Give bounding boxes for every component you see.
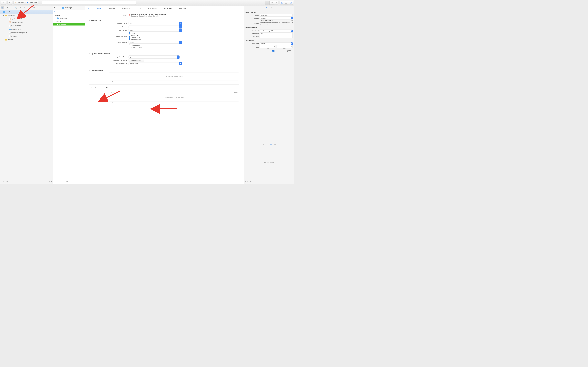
add-icon[interactable]: + <box>1 180 2 183</box>
remove-target-icon[interactable]: − <box>57 180 58 183</box>
indent-width-input[interactable] <box>277 45 293 48</box>
landscape-left-checkbox[interactable] <box>129 36 130 38</box>
library-tabs[interactable]: 🗎 {} ◎ ▥ <box>244 142 294 146</box>
target-list-item[interactable]: ▲LouchImage <box>53 23 85 26</box>
scm-filter-icon[interactable]: ▣ <box>51 181 52 182</box>
file-template-library-icon[interactable]: 🗎 <box>263 144 264 145</box>
add-embedded-icon[interactable]: + <box>112 81 113 83</box>
tab-general[interactable]: General <box>96 8 101 9</box>
filter-icon[interactable]: ⌕ <box>3 181 4 182</box>
left-panel-toggle-icon[interactable] <box>279 1 284 5</box>
project-format-select[interactable]: Xcode 9.3-compatible <box>260 30 293 32</box>
deployment-target-select[interactable] <box>129 22 182 25</box>
tab-build-rules[interactable]: Build Rules <box>179 8 186 9</box>
file-item[interactable]: sViewController.swift <box>0 21 53 24</box>
devices-select[interactable] <box>129 25 182 28</box>
assistant-editor-icon[interactable] <box>270 1 274 5</box>
file-item[interactable]: Assets.xcassets <box>0 27 53 31</box>
products-group-item[interactable]: ▶Products <box>0 38 53 42</box>
inspector-tabs[interactable]: 🗎 ?⃝ <box>244 6 294 10</box>
deployment-info-header[interactable]: ▼Deployment Info <box>89 20 239 21</box>
file-inspector-tab-icon[interactable]: 🗎 <box>266 7 268 8</box>
goto-icon[interactable]: ➔ <box>181 56 182 58</box>
library-filter-input[interactable] <box>249 181 293 182</box>
issue-navigator-tab-icon[interactable]: ⚠ <box>18 6 22 9</box>
related-items-icon[interactable]: ▦ <box>54 7 55 8</box>
outline-icon[interactable]: ▥ <box>88 8 89 9</box>
status-bar-style-select[interactable] <box>129 41 182 44</box>
object-library-icon[interactable]: ◎ <box>270 144 272 145</box>
settings-tabs[interactable]: ▥ General Capabilities Resource Tags Inf… <box>85 6 244 11</box>
stop-button[interactable] <box>7 1 12 5</box>
back-icon[interactable]: 〈 <box>57 7 58 8</box>
tab-capabilities[interactable]: Capabilities <box>108 8 115 9</box>
name-input[interactable] <box>260 14 293 17</box>
main-interface-select[interactable] <box>129 29 182 32</box>
grid-view-icon[interactable]: ▦ <box>245 181 246 182</box>
navigator-filter-input[interactable] <box>5 180 48 183</box>
add-framework-icon[interactable]: + <box>112 102 113 104</box>
wrap-lines-checkbox[interactable] <box>260 50 287 52</box>
add-target-icon[interactable]: + <box>54 180 55 183</box>
report-navigator-tab-icon[interactable]: 💬 <box>36 6 40 9</box>
source-control-tab-icon[interactable]: ⎇ <box>5 6 9 9</box>
remove-framework-icon[interactable]: − <box>115 102 116 104</box>
quick-help-tab-icon[interactable]: ?⃝ <box>271 7 272 8</box>
filter-icon[interactable]: ⌕ <box>60 181 61 182</box>
upside-down-checkbox[interactable] <box>129 34 130 36</box>
indent-using-select[interactable]: Spaces <box>260 42 293 45</box>
filter-icon[interactable]: ⌕ <box>247 181 248 182</box>
file-item[interactable]: Main.storyboard <box>0 24 53 27</box>
reveal-icon[interactable]: ➔ <box>292 22 293 25</box>
tab-width-input[interactable] <box>260 45 276 48</box>
tab-resource-tags[interactable]: Resource Tags <box>122 8 132 9</box>
tab-build-phases[interactable]: Build Phases <box>164 8 172 9</box>
portrait-checkbox[interactable] <box>129 33 130 34</box>
file-item[interactable]: Info.plist <box>0 34 53 38</box>
file-tree[interactable]: ▼LouchImage ▼LouchImage sAppDelegate.swi… <box>0 10 53 179</box>
file-item[interactable]: LaunchScreen.storyboard <box>0 31 53 34</box>
linked-frameworks-header[interactable]: ▼Linked Frameworks and Libraries <box>89 87 239 89</box>
requires-full-screen-checkbox[interactable] <box>129 46 130 48</box>
scheme-selector[interactable]: ▲LouchImage 〉 ▮iPhone 8 Plus <box>13 1 38 5</box>
use-asset-catalog-button[interactable]: Use Asset Catalog… <box>129 59 144 62</box>
clock-icon[interactable]: ◷ <box>49 181 50 182</box>
code-snippet-library-icon[interactable]: {} <box>267 144 268 145</box>
project-list-item[interactable]: LouchImage <box>53 17 85 20</box>
panel-toggle-segment[interactable] <box>279 1 293 5</box>
class-prefix-input[interactable] <box>260 35 293 38</box>
navigator-tabs[interactable]: ⎇ ☰ 🔍 ⚠ ◇ ▷ ⬠ 💬 <box>0 6 53 10</box>
project-navigator-tab-icon[interactable] <box>1 6 4 9</box>
app-icons-source-select[interactable] <box>129 56 180 58</box>
app-icons-header[interactable]: ▼App Icons and Launch Images <box>89 53 239 55</box>
jump-bar[interactable]: ▦ 〈 〉 LouchImage <box>53 6 85 10</box>
location-select[interactable]: Absolute <box>260 17 293 19</box>
project-root-item[interactable]: ▼LouchImage <box>0 10 53 14</box>
bottom-panel-toggle-icon[interactable] <box>284 1 288 5</box>
targets-filter-input[interactable] <box>62 181 84 182</box>
tab-info[interactable]: Info <box>139 8 141 9</box>
hide-status-checkbox[interactable] <box>129 44 130 46</box>
editor-mode-segment[interactable] <box>265 1 278 5</box>
version-editor-icon[interactable] <box>274 1 278 5</box>
organization-input[interactable] <box>260 33 293 35</box>
symbol-navigator-tab-icon[interactable]: ☰ <box>9 6 13 9</box>
right-panel-toggle-icon[interactable] <box>288 1 293 5</box>
landscape-right-checkbox[interactable] <box>129 38 130 40</box>
debug-navigator-tab-icon[interactable]: ▷ <box>27 6 31 9</box>
folder-icon[interactable]: ▤ <box>291 20 293 21</box>
find-navigator-tab-icon[interactable]: 🔍 <box>14 6 17 9</box>
test-navigator-tab-icon[interactable]: ◇ <box>23 6 26 9</box>
outline-toggle-icon[interactable]: ▥ <box>54 11 55 13</box>
forward-icon[interactable]: 〉 <box>60 7 61 8</box>
breakpoint-navigator-tab-icon[interactable]: ⬠ <box>32 6 35 9</box>
remove-embedded-icon[interactable]: − <box>115 81 116 83</box>
run-button[interactable] <box>1 1 6 5</box>
media-library-icon[interactable]: ▥ <box>274 144 276 145</box>
group-item[interactable]: ▼LouchImage <box>0 14 53 17</box>
standard-editor-icon[interactable] <box>265 1 270 5</box>
tab-build-settings[interactable]: Build Settings <box>148 8 156 9</box>
launch-screen-file-select[interactable] <box>129 62 182 65</box>
file-item[interactable]: sAppDelegate.swift <box>0 17 53 21</box>
embedded-binaries-header[interactable]: ▼Embedded Binaries <box>89 70 239 72</box>
